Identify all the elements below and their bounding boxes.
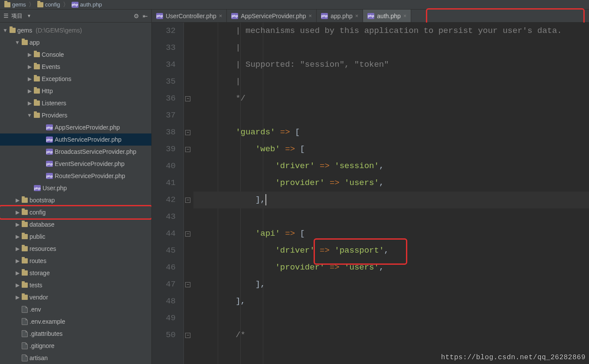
code-line[interactable]: 'api' => [: [193, 225, 589, 242]
tree-arrow-icon[interactable]: [27, 88, 32, 94]
tree-row[interactable]: routes: [0, 255, 151, 267]
fold-toggle-icon[interactable]: −: [185, 130, 190, 135]
code-line[interactable]: /*: [193, 327, 589, 344]
code-line[interactable]: |: [193, 73, 589, 90]
code-line[interactable]: | mechanisms used by this application to…: [193, 23, 589, 39]
fold-toggle-icon[interactable]: −: [185, 147, 190, 152]
breadcrumb-item[interactable]: gems: [3, 1, 28, 8]
tree-label: vendor: [29, 294, 48, 301]
close-icon[interactable]: ×: [403, 13, 407, 19]
tree-arrow-icon[interactable]: [15, 39, 20, 46]
code-line[interactable]: | Supported: "session", "token": [193, 56, 589, 73]
gear-icon[interactable]: ⚙: [134, 13, 139, 20]
tree-arrow-icon[interactable]: [15, 282, 20, 288]
close-icon[interactable]: ×: [219, 13, 223, 19]
code-line[interactable]: */: [193, 90, 589, 107]
code-line[interactable]: ],: [193, 192, 589, 208]
tree-row[interactable]: AuthServiceProvider.php: [0, 133, 151, 146]
code-line[interactable]: 'web' => [: [193, 141, 589, 158]
tree-row[interactable]: RouteServiceProvider.php: [0, 170, 151, 182]
fold-toggle-icon[interactable]: −: [185, 231, 190, 237]
fold-toggle-icon[interactable]: −: [185, 333, 190, 338]
tree-row[interactable]: AppServiceProvider.php: [0, 121, 151, 133]
tree-row[interactable]: BroadcastServiceProvider.php: [0, 146, 151, 158]
breadcrumb-item[interactable]: config: [36, 1, 62, 8]
tree-row[interactable]: EventServiceProvider.php: [0, 158, 151, 170]
project-tree[interactable]: gems(D:\GEMS\gems)appConsoleEventsExcept…: [0, 23, 151, 364]
line-number: 33: [152, 39, 176, 56]
editor-tab[interactable]: UserController.php×: [152, 10, 227, 22]
close-icon[interactable]: ×: [355, 13, 359, 19]
tree-row[interactable]: app: [0, 36, 151, 49]
tree-row[interactable]: Http: [0, 85, 151, 97]
tree-row[interactable]: resources: [0, 243, 151, 255]
tree-row[interactable]: Listeners: [0, 97, 151, 109]
folder-icon: [22, 40, 28, 45]
editor-tabs[interactable]: UserController.php×AppServiceProvider.ph…: [152, 10, 589, 23]
tree-arrow-icon[interactable]: [15, 294, 20, 300]
code-line[interactable]: [193, 107, 589, 124]
tree-arrow-icon[interactable]: [15, 270, 20, 276]
fold-toggle-icon[interactable]: −: [185, 96, 190, 101]
project-panel-label[interactable]: 项目: [11, 12, 23, 20]
tree-row[interactable]: vendor: [0, 291, 151, 303]
code-line[interactable]: [193, 208, 589, 225]
tree-row[interactable]: Console: [0, 49, 151, 61]
tree-label: .env.example: [29, 318, 65, 325]
breadcrumb-label: gems: [12, 1, 26, 8]
tree-arrow-icon[interactable]: [15, 246, 20, 252]
tree-row[interactable]: .env.example: [0, 315, 151, 328]
tree-row[interactable]: Exceptions: [0, 73, 151, 85]
tree-arrow-icon[interactable]: [15, 234, 20, 240]
tree-arrow-icon[interactable]: [27, 100, 32, 106]
editor-tab[interactable]: auth.php×: [363, 10, 411, 22]
code-line[interactable]: 'guards' => [: [193, 124, 589, 141]
tree-arrow-icon[interactable]: [27, 52, 32, 58]
tree-row[interactable]: artisan: [0, 352, 151, 364]
tree-arrow-icon[interactable]: [15, 209, 20, 215]
code-line[interactable]: 'provider' => 'users',: [193, 175, 589, 192]
chevron-down-icon[interactable]: ▼: [27, 13, 31, 18]
tree-label: config: [29, 209, 46, 216]
file-tree-icon[interactable]: ☰: [3, 13, 9, 19]
code-line[interactable]: |: [193, 39, 589, 56]
code-line[interactable]: ],: [193, 293, 589, 310]
code-line[interactable]: 'provider' => 'users',: [193, 259, 589, 276]
tree-row[interactable]: .env: [0, 303, 151, 315]
code-line[interactable]: 'driver' => 'passport',: [193, 242, 589, 259]
tree-row[interactable]: User.php: [0, 182, 151, 194]
tree-arrow-icon[interactable]: [27, 112, 32, 118]
tree-row[interactable]: config: [0, 206, 151, 218]
fold-toggle-icon[interactable]: −: [185, 198, 190, 203]
editor-tab[interactable]: AppServiceProvider.php×: [227, 10, 317, 22]
tree-row[interactable]: .gitignore: [0, 340, 151, 352]
tree-row[interactable]: database: [0, 218, 151, 231]
folder-icon: [34, 64, 40, 69]
tree-label: public: [29, 233, 46, 240]
tree-arrow-icon[interactable]: [15, 197, 20, 203]
tree-arrow-icon[interactable]: [15, 221, 20, 228]
tree-row[interactable]: Events: [0, 61, 151, 73]
tree-row[interactable]: tests: [0, 279, 151, 291]
tree-row[interactable]: public: [0, 231, 151, 243]
collapse-icon[interactable]: ⇤: [143, 13, 148, 20]
code-content[interactable]: | mechanisms used by this application to…: [193, 23, 589, 364]
tree-row[interactable]: gems(D:\GEMS\gems): [0, 24, 151, 36]
tree-arrow-icon[interactable]: [15, 258, 20, 264]
fold-column[interactable]: −−−−−−−: [184, 23, 193, 364]
tree-arrow-icon[interactable]: [27, 76, 32, 82]
code-line[interactable]: 'driver' => 'session',: [193, 158, 589, 175]
code-line[interactable]: ],: [193, 276, 589, 293]
close-icon[interactable]: ×: [309, 13, 312, 19]
tree-arrow-icon[interactable]: [27, 64, 32, 70]
tree-row[interactable]: storage: [0, 267, 151, 279]
editor-tab[interactable]: app.php×: [317, 10, 363, 22]
code-line[interactable]: [193, 310, 589, 327]
tree-row[interactable]: Providers: [0, 109, 151, 121]
tree-row[interactable]: .gitattributes: [0, 328, 151, 340]
fold-toggle-icon[interactable]: −: [185, 282, 190, 287]
line-number: 44: [152, 225, 176, 242]
tree-arrow-icon[interactable]: [3, 27, 8, 33]
tree-row[interactable]: bootstrap: [0, 194, 151, 206]
breadcrumb-item[interactable]: auth.php: [70, 1, 104, 8]
